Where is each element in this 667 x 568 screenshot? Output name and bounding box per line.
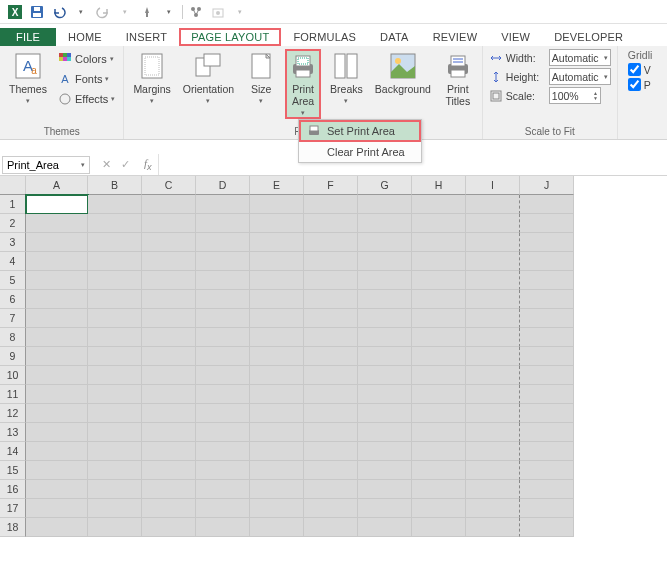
cell[interactable] [142,385,196,404]
cell[interactable] [466,366,520,385]
cell[interactable] [26,442,88,461]
cell[interactable] [520,195,574,214]
column-header[interactable]: B [88,176,142,195]
cell[interactable] [250,385,304,404]
cell[interactable] [250,480,304,499]
column-header[interactable]: E [250,176,304,195]
qat-custom-icon-1[interactable] [187,3,205,21]
cell[interactable] [142,404,196,423]
tab-page-layout[interactable]: PAGE LAYOUT [179,28,281,46]
cell[interactable] [196,480,250,499]
cell[interactable] [26,499,88,518]
cell[interactable] [466,290,520,309]
cell[interactable] [466,404,520,423]
cell[interactable] [26,195,88,214]
row-header[interactable]: 2 [0,214,26,233]
cell[interactable] [142,309,196,328]
width-combo[interactable]: Automatic▾ [549,49,611,66]
cell[interactable] [304,347,358,366]
qat-custom-icon-2[interactable] [209,3,227,21]
cell[interactable] [26,309,88,328]
cell[interactable] [358,366,412,385]
cell[interactable] [142,480,196,499]
cell[interactable] [520,328,574,347]
cell[interactable] [466,442,520,461]
cell[interactable] [520,252,574,271]
cell[interactable] [88,385,142,404]
cell[interactable] [250,214,304,233]
cell[interactable] [358,423,412,442]
cell[interactable] [304,499,358,518]
save-icon[interactable] [28,3,46,21]
cell[interactable] [26,233,88,252]
cell[interactable] [142,499,196,518]
row-header[interactable]: 14 [0,442,26,461]
cell[interactable] [358,347,412,366]
cell[interactable] [142,214,196,233]
cell[interactable] [250,233,304,252]
cell[interactable] [26,214,88,233]
column-header[interactable]: A [26,176,88,195]
cell[interactable] [196,518,250,537]
row-header[interactable]: 15 [0,461,26,480]
cell[interactable] [412,252,466,271]
cell[interactable] [88,271,142,290]
cell[interactable] [358,480,412,499]
column-header[interactable]: J [520,176,574,195]
cell[interactable] [412,423,466,442]
column-header[interactable]: H [412,176,466,195]
cell[interactable] [466,233,520,252]
row-header[interactable]: 3 [0,233,26,252]
breaks-button[interactable]: Breaks ▾ [327,49,366,107]
cell[interactable] [26,461,88,480]
cell[interactable] [26,271,88,290]
cell[interactable] [520,385,574,404]
row-header[interactable]: 4 [0,252,26,271]
row-header[interactable]: 17 [0,499,26,518]
cell[interactable] [26,366,88,385]
cell[interactable] [88,290,142,309]
tab-insert[interactable]: INSERT [114,28,179,46]
touch-dropdown-icon[interactable]: ▾ [160,3,178,21]
cell[interactable] [412,366,466,385]
cell[interactable] [358,442,412,461]
cell[interactable] [88,423,142,442]
row-header[interactable]: 12 [0,404,26,423]
cell[interactable] [466,195,520,214]
enter-icon[interactable]: ✓ [121,158,130,171]
cell[interactable] [466,214,520,233]
cell[interactable] [196,290,250,309]
cell[interactable] [358,271,412,290]
cell[interactable] [466,518,520,537]
cell[interactable] [88,366,142,385]
cell[interactable] [466,252,520,271]
row-header[interactable]: 5 [0,271,26,290]
tab-formulas[interactable]: FORMULAS [281,28,368,46]
cell[interactable] [250,442,304,461]
cell[interactable] [358,233,412,252]
cell[interactable] [250,290,304,309]
cell[interactable] [520,309,574,328]
height-combo[interactable]: Automatic▾ [549,68,611,85]
cell[interactable] [304,328,358,347]
cell[interactable] [196,328,250,347]
themes-button[interactable]: Aa Themes ▾ [6,49,50,107]
cell[interactable] [520,347,574,366]
cell[interactable] [466,461,520,480]
cell[interactable] [412,499,466,518]
column-header[interactable]: F [304,176,358,195]
tab-data[interactable]: DATA [368,28,421,46]
cell[interactable] [88,480,142,499]
cell[interactable] [196,252,250,271]
cell[interactable] [304,309,358,328]
cell[interactable] [358,404,412,423]
cell[interactable] [358,290,412,309]
cell[interactable] [196,404,250,423]
cell[interactable] [304,366,358,385]
cell[interactable] [26,404,88,423]
cell[interactable] [26,480,88,499]
row-header[interactable]: 8 [0,328,26,347]
undo-icon[interactable] [50,3,68,21]
cell[interactable] [196,385,250,404]
cell[interactable] [520,461,574,480]
